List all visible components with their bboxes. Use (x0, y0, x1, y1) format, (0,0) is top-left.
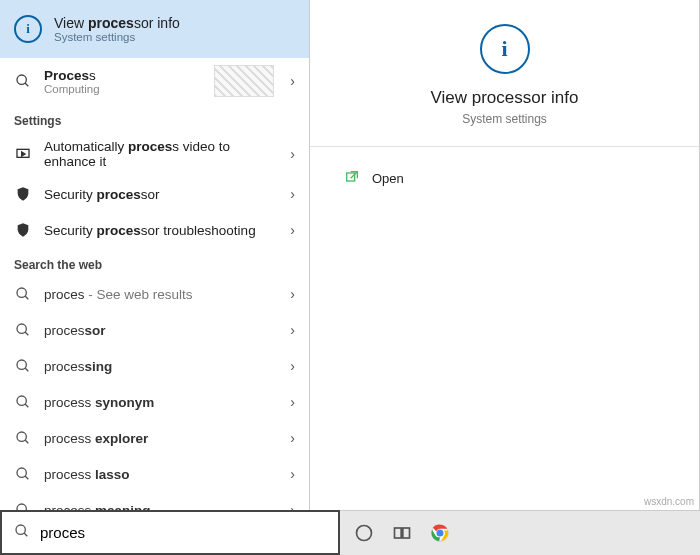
result-thumbnail (214, 65, 274, 97)
taskbar (340, 510, 700, 555)
svg-rect-23 (403, 528, 410, 538)
chevron-right-icon: › (290, 286, 295, 302)
settings-item-icon (14, 186, 32, 202)
search-icon (14, 502, 32, 510)
settings-item-label: Security processor troubleshooting (44, 223, 278, 238)
svg-line-11 (25, 404, 28, 407)
result-title: Process (44, 68, 202, 83)
svg-point-4 (17, 288, 26, 297)
open-action[interactable]: Open (340, 163, 669, 194)
search-icon (14, 394, 32, 410)
search-icon (14, 466, 32, 482)
svg-point-12 (17, 432, 26, 441)
svg-line-1 (25, 83, 28, 86)
best-match-title: View processor info (54, 15, 180, 31)
web-suggestion-label: process lasso (44, 467, 278, 482)
svg-line-20 (24, 533, 27, 536)
settings-item[interactable]: Security processor› (0, 176, 309, 212)
section-web: Search the web (0, 248, 309, 276)
info-icon: i (14, 15, 42, 43)
chevron-right-icon: › (290, 186, 295, 202)
web-suggestion-label: processor (44, 323, 278, 338)
web-suggestion-label: processing (44, 359, 278, 374)
svg-line-9 (25, 368, 28, 371)
svg-line-13 (25, 440, 28, 443)
best-match-row[interactable]: i View processor info System settings (0, 0, 309, 58)
settings-item-label: Security processor (44, 187, 278, 202)
svg-line-15 (25, 476, 28, 479)
web-suggestion-label: process meaning (44, 503, 278, 511)
search-icon (14, 286, 32, 302)
web-suggestion-label: proces - See web results (44, 287, 278, 302)
search-icon (14, 358, 32, 374)
task-view-icon[interactable] (392, 523, 412, 543)
search-input[interactable] (40, 524, 326, 541)
svg-line-5 (25, 296, 28, 299)
settings-item-label: Automatically process video to (44, 139, 278, 154)
best-match-subtitle: System settings (54, 31, 180, 43)
open-label: Open (372, 171, 404, 186)
svg-point-25 (437, 530, 444, 537)
chevron-right-icon: › (290, 394, 295, 410)
web-suggestion[interactable]: processing› (0, 348, 309, 384)
settings-item-icon (14, 146, 32, 162)
settings-item-icon (14, 222, 32, 238)
chevron-right-icon: › (290, 466, 295, 482)
svg-point-14 (17, 468, 26, 477)
chevron-right-icon: › (290, 222, 295, 238)
web-suggestion[interactable]: process explorer› (0, 420, 309, 456)
svg-line-7 (25, 332, 28, 335)
search-icon (14, 73, 32, 89)
svg-marker-3 (22, 152, 25, 156)
watermark: wsxdn.com (644, 496, 694, 507)
search-icon (14, 523, 30, 542)
web-suggestion-label: process explorer (44, 431, 278, 446)
cortana-icon[interactable] (354, 523, 374, 543)
web-suggestion[interactable]: process lasso› (0, 456, 309, 492)
chevron-right-icon: › (290, 73, 295, 89)
detail-title: View processor info (430, 88, 578, 108)
chevron-right-icon: › (290, 146, 295, 162)
web-suggestion[interactable]: proces - See web results› (0, 276, 309, 312)
web-suggestion[interactable]: processor› (0, 312, 309, 348)
svg-point-0 (17, 75, 26, 84)
open-icon (344, 169, 360, 188)
web-suggestion-label: process synonym (44, 395, 278, 410)
settings-item[interactable]: Security processor troubleshooting› (0, 212, 309, 248)
svg-point-21 (357, 526, 372, 541)
chevron-right-icon: › (290, 502, 295, 510)
web-suggestion[interactable]: process synonym› (0, 384, 309, 420)
chevron-right-icon: › (290, 430, 295, 446)
svg-rect-18 (347, 173, 355, 181)
chevron-right-icon: › (290, 358, 295, 374)
svg-point-6 (17, 324, 26, 333)
settings-item[interactable]: Automatically process video toenhance it… (0, 132, 309, 176)
svg-point-19 (16, 525, 25, 534)
svg-rect-22 (395, 528, 402, 538)
web-suggestion[interactable]: process meaning› (0, 492, 309, 510)
search-icon (14, 322, 32, 338)
svg-point-10 (17, 396, 26, 405)
detail-subtitle: System settings (462, 112, 547, 126)
search-bar[interactable] (0, 510, 340, 555)
result-process[interactable]: Process Computing › (0, 58, 309, 104)
chrome-icon[interactable] (430, 523, 450, 543)
chevron-right-icon: › (290, 322, 295, 338)
svg-point-8 (17, 360, 26, 369)
info-icon-large: i (480, 24, 530, 74)
section-settings: Settings (0, 104, 309, 132)
search-icon (14, 430, 32, 446)
result-subtitle: Computing (44, 83, 202, 95)
